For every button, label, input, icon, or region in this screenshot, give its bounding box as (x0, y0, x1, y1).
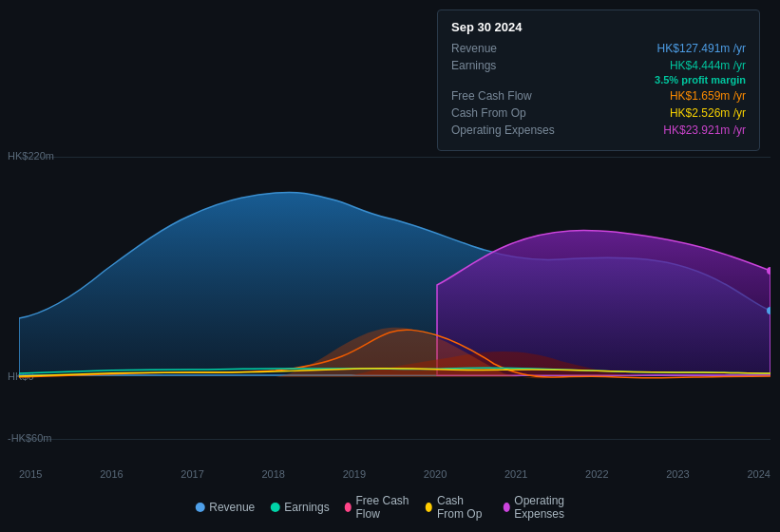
tooltip-margin-pct: 3.5% (655, 74, 678, 86)
x-label-2019: 2019 (343, 468, 366, 480)
x-label-2023: 2023 (666, 468, 689, 480)
tooltip-earnings-value: HK$4.444m /yr (670, 59, 746, 72)
legend-dot-fcf (345, 503, 352, 512)
tooltip-row-revenue: Revenue HK$127.491m /yr (451, 42, 746, 55)
legend-label-fcf: Free Cash Flow (355, 494, 410, 521)
tooltip-fcf-value: HK$1.659m /yr (670, 89, 746, 103)
chart-legend: Revenue Earnings Free Cash Flow Cash Fro… (195, 494, 585, 521)
tooltip-revenue-value: HK$127.491m /yr (657, 42, 746, 55)
tooltip-cfo-label: Cash From Op (451, 106, 526, 120)
x-label-2022: 2022 (585, 468, 608, 480)
x-label-2016: 2016 (100, 468, 123, 480)
legend-dot-earnings (270, 503, 279, 512)
tooltip-row-fcf: Free Cash Flow HK$1.659m /yr (451, 89, 746, 103)
tooltip-row-earnings: Earnings HK$4.444m /yr (451, 59, 746, 72)
tooltip-cfo-value: HK$2.526m /yr (670, 106, 746, 120)
legend-label-opex: Operating Expenses (514, 494, 584, 521)
legend-earnings[interactable]: Earnings (270, 501, 329, 514)
tooltip-opex-value: HK$23.921m /yr (663, 124, 746, 137)
tooltip-opex-label: Operating Expenses (451, 124, 555, 137)
x-label-2017: 2017 (181, 468, 203, 480)
tooltip-revenue-label: Revenue (451, 42, 497, 55)
legend-dot-revenue (195, 503, 204, 512)
legend-label-earnings: Earnings (284, 501, 329, 514)
x-label-2020: 2020 (424, 468, 447, 480)
x-label-2018: 2018 (261, 468, 284, 480)
tooltip-margin: 3.5% profit margin (451, 74, 746, 86)
legend-dot-cfo (426, 503, 432, 512)
legend-opex[interactable]: Operating Expenses (503, 494, 584, 521)
tooltip-row-opex: Operating Expenses HK$23.921m /yr (451, 124, 746, 137)
x-label-2024: 2024 (747, 468, 770, 480)
x-label-2021: 2021 (504, 468, 527, 480)
tooltip-panel: Sep 30 2024 Revenue HK$127.491m /yr Earn… (437, 10, 760, 151)
legend-label-cfo: Cash From Op (437, 494, 488, 521)
legend-fcf[interactable]: Free Cash Flow (345, 494, 411, 521)
x-axis-labels: 2015 2016 2017 2018 2019 2020 2021 2022 … (19, 468, 770, 480)
legend-revenue[interactable]: Revenue (195, 501, 255, 514)
chart-container: HK$220m HK$0 -HK$60m (0, 0, 780, 532)
tooltip-row-cfo: Cash From Op HK$2.526m /yr (451, 106, 746, 120)
legend-label-revenue: Revenue (209, 501, 255, 514)
chart-svg (19, 147, 770, 451)
tooltip-earnings-label: Earnings (451, 59, 496, 72)
legend-cfo[interactable]: Cash From Op (426, 494, 487, 521)
tooltip-date: Sep 30 2024 (451, 20, 746, 34)
tooltip-fcf-label: Free Cash Flow (451, 89, 532, 103)
x-label-2015: 2015 (19, 468, 42, 480)
tooltip-margin-label: profit margin (681, 74, 746, 86)
legend-dot-opex (503, 503, 509, 512)
